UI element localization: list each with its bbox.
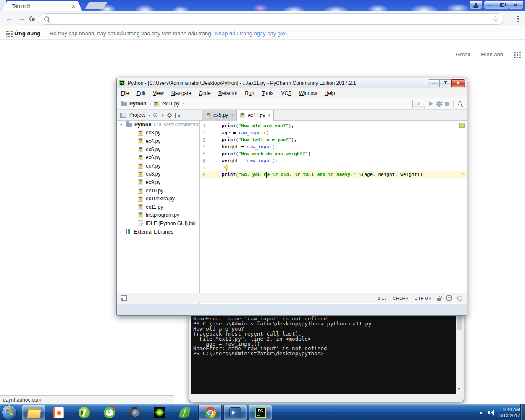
tree-item[interactable]: ex9.py bbox=[117, 178, 200, 186]
code-line[interactable]: 3 print("How tall are you?"), bbox=[200, 136, 467, 143]
stop-icon[interactable] bbox=[445, 102, 449, 106]
chrome-menu-button[interactable] bbox=[517, 16, 519, 17]
tree-item[interactable]: ex4.py bbox=[117, 137, 200, 145]
notification-bubble-icon[interactable] bbox=[457, 296, 462, 301]
close-icon[interactable]: × bbox=[230, 112, 233, 118]
new-tab-button[interactable] bbox=[85, 2, 108, 9]
search-everywhere-icon[interactable] bbox=[457, 101, 463, 107]
code-line-active[interactable]: 8 print("So, you're %r old, %r tall and … bbox=[200, 171, 467, 178]
scrollbar-thumb[interactable] bbox=[457, 315, 462, 330]
tree-item[interactable]: ex6.py bbox=[117, 153, 200, 162]
address-bar-input[interactable] bbox=[53, 16, 489, 22]
tree-item[interactable]: ex7.py bbox=[117, 162, 200, 170]
menu-item[interactable]: Code bbox=[199, 90, 211, 96]
terminal-screen[interactable]: NameError: name 'raw_input' is not defin… bbox=[191, 315, 457, 394]
scroll-down-icon[interactable] bbox=[457, 388, 461, 392]
taskbar-media-player[interactable] bbox=[47, 405, 71, 420]
hide-panel-icon[interactable] bbox=[175, 113, 179, 118]
code-line[interactable]: 1 print("How old are you?"), bbox=[200, 122, 467, 129]
menu-item[interactable]: Tools bbox=[262, 90, 273, 96]
close-button[interactable]: ✕ bbox=[508, 1, 523, 9]
code-line[interactable]: 5 print("How much do you weight?"), bbox=[200, 150, 467, 158]
gmail-link[interactable]: Gmail bbox=[456, 51, 470, 58]
tree-item[interactable]: ex11.py bbox=[117, 203, 200, 211]
menu-item[interactable]: Run bbox=[245, 90, 254, 96]
encoding-widget[interactable]: UTF-8 bbox=[414, 296, 432, 301]
apps-grid-icon[interactable] bbox=[6, 31, 8, 32]
restore-button[interactable] bbox=[440, 79, 452, 87]
taskbar-green-media-app[interactable] bbox=[72, 405, 96, 420]
minimize-button[interactable]: — bbox=[484, 1, 496, 9]
run-icon[interactable] bbox=[429, 101, 433, 106]
menu-item[interactable]: Refactor bbox=[218, 90, 237, 96]
toolwindow-toggle-icon[interactable] bbox=[121, 295, 127, 301]
menu-item[interactable]: VCS bbox=[281, 90, 291, 96]
show-desktop-button[interactable] bbox=[520, 404, 525, 420]
inspection-status-icon[interactable] bbox=[459, 123, 465, 128]
tab-close-icon[interactable]: × bbox=[71, 4, 76, 9]
gear-icon[interactable] bbox=[168, 113, 171, 117]
pycharm-titlebar[interactable]: PC Python - [C:\Users\Administrator\Desk… bbox=[117, 78, 467, 88]
powershell-window[interactable]: NameError: name 'raw_input' is not defin… bbox=[189, 314, 464, 402]
lock-icon[interactable] bbox=[437, 298, 441, 301]
menu-item[interactable]: View bbox=[153, 90, 164, 96]
chevron-right-icon[interactable]: › bbox=[120, 230, 124, 234]
breadcrumb-project[interactable]: Python bbox=[129, 101, 147, 107]
taskbar-explorer[interactable] bbox=[22, 405, 45, 420]
code-line[interactable]: 7 bbox=[200, 164, 467, 171]
code-line[interactable]: 4 height = raw_input() bbox=[200, 143, 467, 150]
bookmark-star-icon[interactable]: ☆ bbox=[492, 15, 499, 24]
tree-item[interactable]: ex10extra.py bbox=[117, 194, 200, 203]
browser-tab[interactable]: Tab mới × bbox=[2, 1, 82, 11]
images-link[interactable]: Hình ảnh bbox=[481, 51, 503, 58]
terminal-scrollbar[interactable] bbox=[456, 315, 462, 394]
tree-item[interactable]: IDLE (Python GUI).lnk bbox=[117, 219, 200, 228]
hidden-icons-arrow[interactable] bbox=[479, 410, 483, 414]
close-icon[interactable]: × bbox=[268, 113, 270, 118]
tree-external-libraries[interactable]: › External Libraries bbox=[117, 228, 200, 236]
line-separator-widget[interactable]: CRLF bbox=[392, 296, 409, 301]
tab-ex11[interactable]: ex11.py × bbox=[236, 110, 273, 121]
restore-button[interactable] bbox=[496, 1, 508, 9]
address-bar[interactable]: ☆ bbox=[39, 13, 504, 25]
tree-item[interactable]: ex8.py bbox=[117, 170, 200, 178]
caret-position[interactable]: 8:17 bbox=[378, 296, 387, 301]
chevron-down-icon[interactable]: ▾ bbox=[148, 113, 150, 117]
import-bookmarks-link[interactable]: Nhập dấu trang ngay bây giờ... bbox=[215, 30, 290, 37]
tree-item[interactable]: firstprogram.py bbox=[117, 211, 200, 220]
apps-label[interactable]: Ứng dụng bbox=[14, 30, 40, 37]
code-editor[interactable]: 1 print("How old are you?"), 2 age = raw… bbox=[200, 121, 467, 304]
breadcrumb-file[interactable]: ex11.py bbox=[162, 101, 179, 107]
volume-icon[interactable]: ) bbox=[488, 410, 494, 415]
chevron-down-icon[interactable]: ▾ bbox=[120, 123, 124, 127]
taskbar-clock[interactable]: 9:46 AM 8/13/2017 bbox=[499, 407, 520, 418]
collapse-all-icon[interactable]: ÷ bbox=[161, 112, 164, 118]
debug-icon[interactable] bbox=[437, 101, 441, 107]
tree-item[interactable]: ex5.py bbox=[117, 145, 200, 154]
taskbar-green-pen-app[interactable] bbox=[173, 405, 197, 420]
minimize-button[interactable]: — bbox=[428, 79, 440, 87]
user-profile-button[interactable] bbox=[470, 1, 482, 9]
back-button[interactable]: ← bbox=[5, 14, 13, 23]
lightbulb-intention-icon[interactable] bbox=[224, 165, 228, 170]
tree-root-row[interactable]: ▾ Python C:\Users\Administrat bbox=[117, 121, 200, 129]
locate-file-icon[interactable] bbox=[153, 113, 158, 117]
forward-button[interactable]: → bbox=[18, 14, 26, 23]
reload-button[interactable] bbox=[28, 15, 36, 22]
warning-stripe-mark[interactable] bbox=[461, 173, 465, 175]
taskbar-chrome[interactable] bbox=[198, 405, 222, 420]
start-button[interactable] bbox=[2, 405, 17, 420]
menu-item[interactable]: File bbox=[121, 90, 129, 96]
google-apps-grid-icon[interactable] bbox=[514, 52, 516, 53]
project-panel-title[interactable]: Project bbox=[129, 112, 145, 118]
taskbar-camera-app[interactable] bbox=[123, 405, 146, 420]
menu-item[interactable]: Help bbox=[325, 90, 335, 96]
taskbar-powershell[interactable] bbox=[223, 405, 247, 420]
inspections-hector-icon[interactable] bbox=[446, 295, 452, 301]
taskbar-coc-coc[interactable] bbox=[97, 405, 121, 420]
menu-item[interactable]: Window bbox=[299, 90, 317, 96]
taskbar-pycharm[interactable]: PC bbox=[249, 405, 272, 420]
code-line[interactable]: 2 age = raw_input() bbox=[200, 129, 467, 136]
menu-item[interactable]: Navigate bbox=[171, 90, 191, 96]
tab-ex5[interactable]: ex5.py × bbox=[202, 110, 236, 121]
